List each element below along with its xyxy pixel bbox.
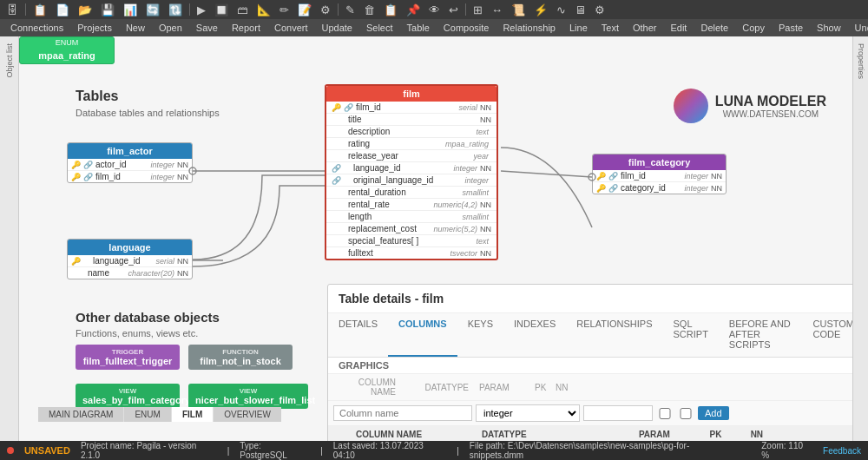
toolbar-icon-composite[interactable]: 🗃: [233, 3, 252, 17]
toolbar: 🗄 📋 📄 📂 💾 📊 🔄 🔃 ▶ 🔲 🗃 📐 ✏ 📝 ⚙ ✎ 🗑 📋 📌 👁 …: [0, 0, 868, 19]
col-nn: NN: [480, 225, 491, 233]
tab-keys[interactable]: KEYS: [457, 313, 503, 357]
col-name: language_id: [353, 163, 450, 173]
film-table[interactable]: film 🔑 🔗 film_id serial NN title NN desc…: [325, 84, 498, 260]
toolbar-icon-convert[interactable]: 🔄: [142, 3, 163, 17]
language-header: language: [68, 240, 192, 255]
toolbar-icon-linemode[interactable]: ∿: [553, 3, 569, 17]
status-feedback[interactable]: Feedback: [823, 446, 861, 456]
sales-by-film-category[interactable]: VIEW sales_by_film_category: [76, 384, 180, 409]
menu-open[interactable]: Open: [152, 21, 189, 35]
menu-report[interactable]: Report: [225, 21, 267, 35]
new-column-pk-checkbox[interactable]: [656, 408, 674, 419]
col-type: integer: [150, 161, 174, 169]
menu-copy[interactable]: Copy: [735, 21, 772, 35]
toolbar-icon-resize[interactable]: ↔: [488, 3, 506, 17]
other-title: Other database objects: [76, 310, 220, 325]
tab-columns[interactable]: COLUMNS: [388, 313, 457, 357]
unsaved-dot: [7, 447, 14, 454]
menu-convert[interactable]: Convert: [267, 21, 315, 35]
menu-composite[interactable]: Composite: [437, 21, 496, 35]
menu-delete[interactable]: Delete: [694, 21, 735, 35]
film-category-table[interactable]: film_category 🔑 🔗 film_id integer NN 🔑 🔗…: [592, 154, 727, 194]
tab-film[interactable]: FILM: [172, 407, 213, 422]
toolbar-icon-delete[interactable]: 🗑: [360, 3, 378, 17]
menu-paste[interactable]: Paste: [772, 21, 810, 35]
toolbar-icon-report[interactable]: 📊: [120, 3, 141, 17]
col-name: name: [88, 268, 125, 278]
film-actor-table[interactable]: film_actor 🔑 🔗 actor_id integer NN 🔑 🔗 f…: [67, 142, 193, 183]
new-column-param-input[interactable]: [583, 405, 653, 421]
canvas[interactable]: Tables Database tables and relationships…: [19, 36, 852, 441]
status-sep2: |: [320, 446, 323, 456]
table-row: fulltext tsvector NN: [326, 247, 496, 259]
film-fulltext-trigger[interactable]: TRIGGER film_fulltext_trigger: [76, 345, 180, 370]
toolbar-icon-update[interactable]: 🔃: [165, 3, 186, 17]
mpaa-rating-enum[interactable]: ENUM mpaa_rating: [19, 36, 115, 64]
toolbar-icon-select[interactable]: ▶: [194, 3, 209, 17]
toolbar-icon-paste[interactable]: 📌: [403, 3, 424, 17]
tab-overview[interactable]: OVERVIEW: [214, 407, 281, 422]
toolbar-icon-db[interactable]: 🗄: [3, 3, 22, 17]
fk-icon: 🔗: [332, 164, 341, 173]
graphics-tab[interactable]: GRAPHICS: [328, 358, 852, 374]
menu-select[interactable]: Select: [359, 21, 400, 35]
col-type: character(20): [128, 269, 174, 278]
toolbar-icon-copy[interactable]: 📋: [380, 3, 401, 17]
menu-line[interactable]: Line: [562, 21, 595, 35]
toolbar-icon-layout[interactable]: ⚡: [530, 3, 551, 17]
toolbar-icon-other[interactable]: ⚙: [317, 3, 334, 17]
toolbar-icon-table[interactable]: 🔲: [211, 3, 232, 17]
col-name: category_id: [621, 183, 681, 193]
new-column-nn-checkbox[interactable]: [677, 408, 694, 419]
tab-indexes[interactable]: INDEXES: [503, 313, 566, 357]
status-sep3: |: [457, 446, 459, 456]
toolbar-icon-line[interactable]: ✏: [276, 3, 293, 17]
fk-icon: 🔗: [344, 103, 353, 112]
menu-show[interactable]: Show: [810, 21, 848, 35]
toolbar-icon-undo[interactable]: ↩: [445, 3, 462, 17]
col-nn: NN: [711, 172, 722, 181]
toolbar-icon-open[interactable]: 📂: [75, 3, 95, 17]
toolbar-icon-sqlscript[interactable]: 📜: [508, 3, 529, 17]
toolbar-icon-text[interactable]: 📝: [294, 3, 315, 17]
film-not-in-stock[interactable]: FUNCTION film_not_in_stock: [188, 345, 293, 370]
toolbar-icon-display[interactable]: 🖥: [571, 3, 589, 17]
menu-undo[interactable]: Undo: [848, 21, 868, 35]
table-row: 🔑 🔗 category_id integer NN: [593, 182, 726, 194]
toolbar-icon-save[interactable]: 💾: [97, 3, 118, 17]
tab-relationships[interactable]: RELATIONSHIPS: [566, 313, 662, 357]
menu-other[interactable]: Other: [626, 21, 664, 35]
tab-main-diagram[interactable]: MAIN DIAGRAM: [38, 407, 123, 422]
language-table[interactable]: language 🔑 language_id serial NN name ch…: [67, 239, 193, 279]
menu-connections[interactable]: Connections: [3, 21, 70, 35]
menu-text[interactable]: Text: [595, 21, 626, 35]
col-type: integer: [684, 184, 708, 193]
menu-edit[interactable]: Edit: [663, 21, 694, 35]
menu-update[interactable]: Update: [314, 21, 358, 35]
menu-projects[interactable]: Projects: [70, 21, 119, 35]
tab-enum[interactable]: ENUM: [124, 407, 170, 422]
toolbar-icon-show[interactable]: 👁: [425, 3, 444, 17]
toolbar-icon-relationship[interactable]: 📐: [253, 3, 274, 17]
toolbar-icon-projects[interactable]: 📋: [30, 3, 50, 17]
toolbar-icon-new[interactable]: 📄: [52, 3, 73, 17]
col-name: rental_rate: [348, 200, 431, 209]
toolbar-icon-settings[interactable]: ⚙: [591, 3, 608, 17]
col-name: title: [348, 115, 475, 124]
nicer-but-slower-film-list[interactable]: VIEW nicer_but_slower_film_list: [188, 384, 308, 409]
menu-save[interactable]: Save: [189, 21, 225, 35]
tab-sql-script[interactable]: SQL SCRIPT: [663, 313, 719, 357]
tab-before-after[interactable]: BEFORE AND AFTER SCRIPTS: [719, 313, 803, 357]
toolbar-icon-align[interactable]: ⊞: [470, 3, 486, 17]
menu-table[interactable]: Table: [400, 21, 437, 35]
toolbar-icon-edit[interactable]: ✎: [342, 3, 358, 17]
menu-relationship[interactable]: Relationship: [496, 21, 562, 35]
tab-details[interactable]: DETAILS: [328, 313, 388, 357]
fk-icon: 🔗: [332, 176, 341, 185]
add-column-button[interactable]: Add: [698, 406, 729, 420]
new-column-name-input[interactable]: [333, 405, 472, 421]
new-column-datatype-select[interactable]: integer: [476, 404, 580, 422]
tab-custom-code[interactable]: CUSTOM CODE: [803, 313, 852, 357]
menu-new[interactable]: New: [119, 21, 152, 35]
